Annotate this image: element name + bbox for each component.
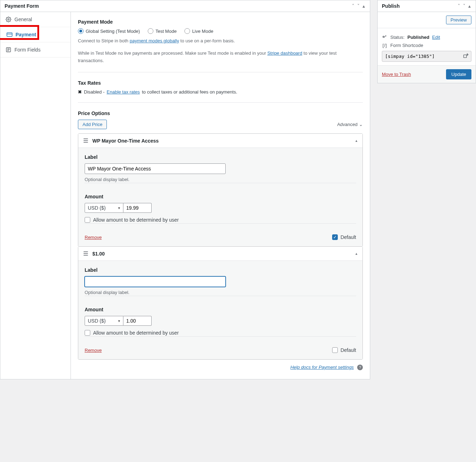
tab-payment[interactable]: Payment [0,27,71,42]
radio-live-mode[interactable]: Live Mode [184,28,213,34]
panel-collapse-icon[interactable]: ▴ [362,3,366,9]
test-mode-note: While in Test Mode no live payments are … [78,50,363,65]
label-heading: Label [85,154,356,160]
panel-title: Payment Form [5,3,39,9]
drag-handle-icon[interactable]: ☰ [83,250,88,257]
amount-input[interactable] [123,316,152,326]
amount-heading: Amount [85,307,356,312]
payment-mode-desc: Connect to Stripe in both payment modes … [78,37,363,45]
panel-up-icon[interactable]: ˄ [351,3,355,9]
heading-price-options: Price Options [78,110,363,116]
remove-price-link[interactable]: Remove [85,348,102,353]
heading-tax-rates: Tax Rates [78,80,363,86]
copy-icon[interactable] [463,53,469,59]
remove-price-link[interactable]: Remove [85,235,102,240]
move-to-trash-link[interactable]: Move to Trash [382,72,411,77]
tax-status: Disabled - [84,89,105,95]
currency-select[interactable]: USD ($) ▾ [85,316,123,326]
chevron-down-icon: ▾ [118,319,120,323]
update-button[interactable]: Update [446,69,471,79]
label-hint: Optional display label. [85,177,356,182]
radio-off-icon [148,28,153,34]
link-enable-tax-rates[interactable]: Enable tax rates [107,89,140,95]
radio-test-mode[interactable]: Test Mode [148,28,177,34]
heading-payment-mode: Payment Mode [78,19,363,25]
advanced-label: Advanced [337,122,358,127]
currency-value: USD ($) [88,318,106,324]
chevron-down-icon: ⌄ [359,122,363,127]
tab-form-fields[interactable]: Form Fields [0,42,71,58]
price-item-title: WP Mayor One-Time Access [92,138,159,144]
collapse-icon[interactable]: ▴ [355,138,358,143]
shortcode-icon: [/] [382,43,387,48]
price-item: ☰ $1.00 ▴ Label Optional display label. [78,246,363,360]
price-label-input[interactable] [85,276,226,287]
svg-point-0 [8,19,9,20]
svg-rect-7 [464,55,466,58]
price-item-header[interactable]: ☰ WP Mayor One-Time Access ▴ [78,134,362,148]
tax-rest: to collect taxes or additional fees on p… [142,89,237,95]
shortcode-label: Form Shortcode [390,43,423,48]
allow-user-amount-checkbox[interactable] [85,217,90,223]
radio-global-setting[interactable]: Global Setting (Test Mode) [78,28,140,34]
default-checkbox[interactable] [332,347,338,353]
edit-status-link[interactable]: Edit [432,35,440,40]
amount-input[interactable] [123,203,152,213]
radio-off-icon [184,28,190,34]
key-icon [382,35,387,40]
amount-heading: Amount [85,194,356,199]
drag-handle-icon[interactable]: ☰ [83,137,88,144]
add-price-button[interactable]: Add Price [78,120,107,129]
default-label: Default [341,347,356,353]
allow-user-amount-checkbox[interactable] [85,330,90,336]
gear-icon [5,16,12,23]
publish-title: Publish [382,3,400,9]
panel-down-icon[interactable]: ˅ [356,3,360,9]
help-docs-link[interactable]: Help docs for Payment settings [290,365,354,370]
label-heading: Label [85,267,356,273]
price-label-input[interactable] [85,163,226,174]
link-stripe-dashboard[interactable]: Stripe dashboard [267,50,302,56]
currency-select[interactable]: USD ($) ▾ [85,203,123,213]
radio-test-label: Test Mode [155,29,177,34]
tab-form-fields-label: Form Fields [14,47,41,53]
form-icon [5,47,12,53]
allow-user-amount-label: Allow amount to be determined by user [93,330,179,336]
radio-on-icon [78,28,84,34]
panel-down-icon[interactable]: ˅ [462,3,466,9]
currency-value: USD ($) [88,205,106,211]
advanced-toggle[interactable]: Advanced ⌄ [337,122,363,127]
chevron-down-icon: ▾ [118,206,120,210]
tab-general-label: General [14,17,32,22]
panel-collapse-icon[interactable]: ▴ [468,3,471,9]
credit-card-icon [6,31,13,38]
label-hint: Optional display label. [85,290,356,295]
tab-general[interactable]: General [0,12,71,27]
default-checkbox[interactable] [332,234,338,240]
link-payment-modes-globally[interactable]: payment modes globally [130,38,179,43]
svg-rect-1 [7,33,12,37]
radio-global-label: Global Setting (Test Mode) [86,29,140,34]
shortcode-input[interactable] [382,51,471,62]
help-icon[interactable]: ? [357,365,363,370]
allow-user-amount-label: Allow amount to be determined by user [93,217,179,223]
panel-up-icon[interactable]: ˄ [457,3,461,9]
tab-payment-label: Payment [16,32,36,37]
default-label: Default [341,234,356,240]
price-item: ☰ WP Mayor One-Time Access ▴ Label Optio… [78,133,363,247]
x-icon: ✖ [78,89,82,95]
collapse-icon[interactable]: ▴ [355,251,358,256]
preview-button[interactable]: Preview [446,16,471,24]
price-item-header[interactable]: ☰ $1.00 ▴ [78,247,362,260]
price-item-title: $1.00 [92,251,105,257]
radio-live-label: Live Mode [192,29,213,34]
status-label: Status: [390,35,404,40]
status-value: Published [407,35,429,40]
